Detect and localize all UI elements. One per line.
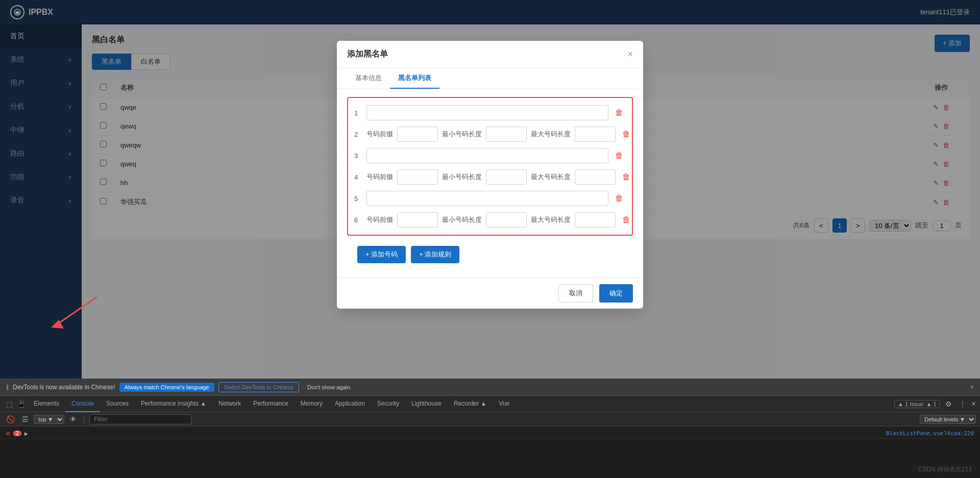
number-input-5[interactable] bbox=[366, 191, 608, 206]
row-number: 3 bbox=[354, 152, 362, 160]
add-rule-button[interactable]: + 添加规则 bbox=[411, 246, 459, 263]
modal-tab-basic[interactable]: 基本信息 bbox=[347, 68, 390, 89]
modal-title: 添加黑名单 bbox=[347, 49, 388, 60]
delete-row-2-button[interactable]: 🗑 bbox=[620, 128, 633, 141]
prefix-input-4[interactable] bbox=[397, 169, 438, 185]
min-label-2: 最小号码长度 bbox=[442, 130, 482, 139]
delete-row-3-button[interactable]: 🗑 bbox=[612, 149, 626, 162]
confirm-button[interactable]: 确定 bbox=[599, 284, 633, 303]
cancel-button[interactable]: 取消 bbox=[558, 284, 593, 303]
blacklist-row-2: 2 号码前缀 最小号码长度 最大号码长度 🗑 bbox=[352, 123, 628, 145]
blacklist-row-3: 3 🗑 bbox=[352, 145, 628, 166]
modal-tab-list[interactable]: 黑名单列表 bbox=[390, 68, 439, 89]
min-input-6[interactable] bbox=[486, 212, 527, 228]
row-number: 5 bbox=[354, 195, 362, 203]
row-number: 4 bbox=[354, 173, 362, 181]
blacklist-row-5: 5 🗑 bbox=[352, 188, 628, 209]
min-label-6: 最小号码长度 bbox=[442, 215, 482, 224]
prefix-input-2[interactable] bbox=[397, 127, 438, 142]
delete-row-6-button[interactable]: 🗑 bbox=[620, 213, 633, 227]
modal-dialog: 添加黑名单 × 基本信息 黑名单列表 1 🗑 2 号码前缀 最小号码长 bbox=[337, 41, 643, 309]
number-input-1[interactable] bbox=[366, 105, 608, 120]
modal-body: 1 🗑 2 号码前缀 最小号码长度 最大号码长度 🗑 3 bbox=[337, 89, 643, 278]
blacklist-row-6: 6 号码前缀 最小号码长度 最大号码长度 🗑 bbox=[352, 209, 628, 231]
max-input-2[interactable] bbox=[575, 127, 616, 142]
row-number: 1 bbox=[354, 109, 362, 117]
prefix-label-2: 号码前缀 bbox=[366, 130, 393, 139]
add-number-button[interactable]: + 添加号码 bbox=[357, 246, 406, 263]
min-label-4: 最小号码长度 bbox=[442, 172, 482, 182]
modal-tabs: 基本信息 黑名单列表 bbox=[337, 68, 643, 89]
delete-row-4-button[interactable]: 🗑 bbox=[620, 170, 633, 184]
max-label-2: 最大号码长度 bbox=[531, 130, 571, 139]
max-input-6[interactable] bbox=[575, 212, 616, 228]
prefix-label-4: 号码前缀 bbox=[366, 172, 393, 182]
min-input-2[interactable] bbox=[486, 127, 527, 142]
modal-footer-buttons: + 添加号码 + 添加规则 bbox=[347, 240, 633, 269]
blacklist-row-4: 4 号码前缀 最小号码长度 最大号码长度 🗑 bbox=[352, 166, 628, 188]
modal-confirm-area: 取消 确定 bbox=[337, 278, 643, 309]
max-label-4: 最大号码长度 bbox=[531, 172, 571, 182]
delete-row-1-button[interactable]: 🗑 bbox=[612, 106, 626, 119]
blacklist-row-1: 1 🗑 bbox=[352, 102, 628, 123]
number-input-3[interactable] bbox=[366, 148, 608, 163]
modal-header: 添加黑名单 × bbox=[337, 41, 643, 68]
max-label-6: 最大号码长度 bbox=[531, 215, 571, 224]
min-input-4[interactable] bbox=[486, 169, 527, 185]
delete-row-5-button[interactable]: 🗑 bbox=[612, 192, 626, 205]
prefix-label-6: 号码前缀 bbox=[366, 215, 393, 224]
max-input-4[interactable] bbox=[575, 169, 616, 185]
modal-close-button[interactable]: × bbox=[627, 49, 633, 60]
modal-overlay: 添加黑名单 × 基本信息 黑名单列表 1 🗑 2 号码前缀 最小号码长 bbox=[0, 0, 980, 379]
blacklist-entries-table: 1 🗑 2 号码前缀 最小号码长度 最大号码长度 🗑 3 bbox=[347, 97, 633, 236]
row-number: 2 bbox=[354, 131, 362, 138]
prefix-input-6[interactable] bbox=[397, 212, 438, 228]
row-number: 6 bbox=[354, 216, 362, 224]
